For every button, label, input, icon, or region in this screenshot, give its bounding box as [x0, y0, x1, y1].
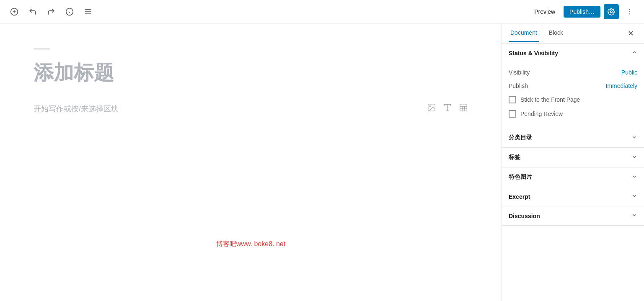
undo-button[interactable] — [25, 4, 40, 19]
visibility-value[interactable]: Public — [621, 69, 637, 76]
chevron-down-icon-excerpt — [631, 193, 637, 200]
stick-front-page-checkbox[interactable] — [509, 96, 516, 103]
svg-point-11 — [629, 11, 630, 12]
title-separator — [34, 49, 50, 49]
chevron-up-icon — [631, 49, 637, 57]
table-block-icon[interactable] — [459, 103, 468, 114]
section-categories: 分类目录 — [502, 128, 644, 148]
editor-area[interactable]: 添加标题 开始写作或按/来选择区块 — [0, 23, 502, 301]
list-icon — [84, 8, 92, 16]
section-tags-label: 标签 — [509, 154, 520, 161]
sidebar: Document Block ✕ Status & Visibility Vis… — [502, 23, 644, 301]
publish-value[interactable]: Immediately — [606, 82, 637, 89]
sidebar-close-button[interactable]: ✕ — [624, 27, 637, 40]
post-title[interactable]: 添加标题 — [34, 59, 468, 86]
vertical-dots-icon — [626, 8, 634, 15]
undo-icon — [28, 8, 37, 16]
toolbar: Preview Publish… — [0, 0, 644, 23]
section-featured-image-label: 特色图片 — [509, 173, 532, 181]
stick-front-page-label: Stick to the Front Page — [520, 96, 580, 103]
toolbar-right: Preview Publish… — [529, 4, 637, 19]
image-block-icon[interactable] — [427, 103, 436, 114]
section-status-visibility-label: Status & Visibility — [509, 50, 558, 57]
text-block-icon[interactable] — [443, 103, 452, 114]
plus-icon — [10, 8, 18, 16]
publish-label: Publish — [509, 82, 528, 89]
section-status-visibility-content: Visibility Public Publish Immediately St… — [502, 62, 644, 128]
body-placeholder-text: 开始写作或按/来选择区块 — [34, 104, 119, 114]
stick-front-page-row: Stick to the Front Page — [509, 93, 637, 107]
svg-point-10 — [629, 9, 630, 10]
publish-button[interactable]: Publish… — [564, 6, 600, 18]
chevron-down-icon-categories — [631, 134, 637, 141]
chevron-down-icon-discussion — [631, 212, 637, 219]
pending-review-label: Pending Review — [520, 111, 563, 117]
section-tags-header[interactable]: 标签 — [502, 148, 644, 167]
section-tags: 标签 — [502, 148, 644, 167]
block-icon-group — [427, 103, 468, 114]
svg-rect-17 — [460, 104, 467, 111]
visibility-row: Visibility Public — [509, 66, 637, 79]
visibility-label: Visibility — [509, 69, 530, 76]
section-status-visibility: Status & Visibility Visibility Public Pu… — [502, 44, 644, 128]
list-view-button[interactable] — [80, 4, 96, 19]
add-block-button[interactable] — [7, 4, 22, 19]
settings-button[interactable] — [604, 4, 619, 19]
redo-icon — [47, 8, 55, 16]
svg-point-12 — [629, 13, 630, 14]
pending-review-row: Pending Review — [509, 107, 637, 121]
more-options-button[interactable] — [622, 4, 637, 19]
preview-button[interactable]: Preview — [529, 6, 560, 18]
chevron-down-icon-featured — [631, 174, 637, 181]
section-excerpt-label: Excerpt — [509, 193, 530, 200]
section-categories-header[interactable]: 分类目录 — [502, 128, 644, 147]
section-categories-label: 分类目录 — [509, 134, 532, 141]
post-body-area[interactable]: 开始写作或按/来选择区块 — [34, 103, 468, 114]
tab-document[interactable]: Document — [509, 24, 539, 42]
section-excerpt: Excerpt — [502, 187, 644, 206]
info-icon — [65, 8, 74, 16]
section-discussion: Discussion — [502, 206, 644, 226]
gear-icon — [608, 8, 615, 15]
publish-row: Publish Immediately — [509, 79, 637, 93]
svg-point-14 — [429, 105, 431, 107]
main-layout: 添加标题 开始写作或按/来选择区块 — [0, 23, 644, 301]
svg-point-9 — [610, 10, 613, 13]
tab-block[interactable]: Block — [547, 24, 565, 42]
info-button[interactable] — [62, 4, 77, 19]
section-status-visibility-header[interactable]: Status & Visibility — [502, 44, 644, 62]
section-excerpt-header[interactable]: Excerpt — [502, 187, 644, 206]
section-discussion-header[interactable]: Discussion — [502, 206, 644, 225]
sidebar-header: Document Block ✕ — [502, 23, 644, 44]
watermark: 博客吧www. boke8. net — [34, 240, 468, 249]
section-featured-image-header[interactable]: 特色图片 — [502, 167, 644, 187]
section-featured-image: 特色图片 — [502, 167, 644, 187]
pending-review-checkbox[interactable] — [509, 110, 516, 118]
chevron-down-icon-tags — [631, 154, 637, 161]
section-discussion-label: Discussion — [509, 213, 540, 219]
redo-button[interactable] — [44, 4, 59, 19]
toolbar-left — [7, 4, 96, 19]
